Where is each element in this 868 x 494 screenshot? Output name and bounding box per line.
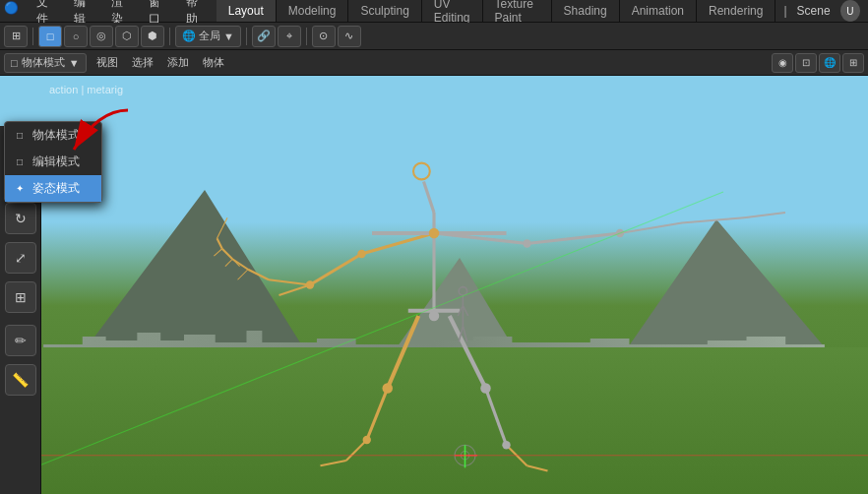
top-menubar: 🔵 文件 编辑 渲染 窗口 帮助 Layout Modeling Sculpti… bbox=[0, 0, 868, 23]
mode-selector-btn[interactable]: □ 物体模式 ▼ bbox=[4, 53, 87, 73]
tool-separator-2 bbox=[169, 28, 170, 45]
select-lasso-btn[interactable]: ◎ bbox=[90, 26, 113, 47]
mode-icon: □ bbox=[11, 57, 18, 69]
svg-line-13 bbox=[346, 440, 367, 461]
viewport-shading-wire[interactable]: ⊡ bbox=[795, 53, 817, 73]
view-menu-items: 视图 选择 添加 物体 bbox=[91, 53, 230, 73]
proportional-type-btn[interactable]: ∿ bbox=[338, 26, 361, 47]
svg-line-18 bbox=[527, 465, 548, 470]
edit-mode-icon: □ bbox=[13, 156, 27, 167]
svg-line-14 bbox=[321, 461, 346, 465]
svg-line-37 bbox=[222, 217, 227, 228]
rotate-tool-btn[interactable]: ↻ bbox=[5, 203, 36, 234]
svg-line-8 bbox=[620, 223, 682, 234]
svg-point-26 bbox=[429, 311, 440, 322]
pose-mode-icon: ✦ bbox=[13, 183, 27, 194]
tab-texture-paint[interactable]: Texture Paint bbox=[483, 0, 552, 22]
svg-line-11 bbox=[388, 316, 419, 389]
select-extra-btn[interactable]: ⬡ bbox=[115, 26, 139, 47]
svg-point-28 bbox=[363, 436, 371, 444]
global-dropdown-icon: ▼ bbox=[223, 31, 234, 42]
tab-layout[interactable]: Layout bbox=[217, 0, 277, 22]
dropdown-object-mode[interactable]: □ 物体模式 bbox=[5, 122, 101, 149]
tool-separator-3 bbox=[246, 28, 247, 45]
snap-options-btn[interactable]: ⌖ bbox=[278, 26, 301, 47]
object-mode-label: 物体模式 bbox=[32, 127, 80, 144]
svg-line-40 bbox=[214, 249, 221, 256]
blender-logo-icon[interactable]: 🔵 bbox=[4, 1, 23, 21]
select-btn[interactable]: 选择 bbox=[126, 53, 159, 73]
svg-line-3 bbox=[362, 233, 435, 254]
tool-separator-1 bbox=[32, 28, 33, 45]
svg-line-15 bbox=[450, 316, 486, 389]
svg-line-32 bbox=[248, 270, 269, 280]
svg-line-39 bbox=[225, 259, 232, 266]
svg-line-1 bbox=[424, 182, 435, 214]
skeleton-overlay bbox=[0, 76, 868, 494]
viewport-xray-btn[interactable]: ⊞ bbox=[842, 53, 864, 73]
svg-line-38 bbox=[238, 270, 249, 280]
user-avatar[interactable]: U bbox=[840, 0, 860, 22]
view-btn[interactable]: 视图 bbox=[91, 53, 124, 73]
main-content: ⊞ □ ○ ◎ ⬡ ⬢ 🌐 全局 ▼ 🔗 ⌖ ⊙ ∿ ↖ ✥ ↻ ⤢ bbox=[0, 23, 868, 494]
global-label: 全局 bbox=[199, 29, 220, 43]
tab-shading[interactable]: Shading bbox=[552, 0, 620, 22]
mode-label: 物体模式 bbox=[22, 55, 65, 70]
svg-line-5 bbox=[279, 285, 311, 296]
svg-line-9 bbox=[682, 217, 744, 222]
global-icon: 🌐 bbox=[182, 30, 196, 42]
select-more-btn[interactable]: ⬢ bbox=[141, 26, 164, 47]
mode-dropdown-icon: ▼ bbox=[69, 57, 80, 69]
svg-point-27 bbox=[383, 383, 394, 394]
edit-mode-label: 编辑模式 bbox=[32, 154, 80, 170]
object-mode-icon: □ bbox=[13, 130, 27, 141]
viewport-3d[interactable]: action | metarig bbox=[0, 76, 868, 494]
viewport-overlay-btn[interactable]: 🌐 bbox=[819, 53, 840, 73]
scale-tool-btn[interactable]: ⤢ bbox=[5, 242, 36, 274]
svg-line-36 bbox=[217, 228, 222, 239]
svg-line-12 bbox=[367, 389, 388, 441]
dropdown-edit-mode[interactable]: □ 编辑模式 bbox=[5, 149, 101, 175]
svg-line-4 bbox=[310, 254, 362, 285]
tab-modeling[interactable]: Modeling bbox=[277, 0, 349, 22]
svg-point-2 bbox=[413, 163, 430, 180]
svg-line-33 bbox=[232, 259, 248, 270]
transform-tool-btn[interactable]: ⊞ bbox=[5, 281, 36, 313]
measure-tool-btn[interactable]: 📏 bbox=[5, 364, 36, 396]
object-btn[interactable]: 物体 bbox=[197, 53, 230, 73]
proportional-edit-btn[interactable]: ⊙ bbox=[312, 26, 336, 47]
svg-point-24 bbox=[523, 239, 530, 247]
svg-line-53 bbox=[0, 192, 723, 481]
mode-dropdown-menu: □ 物体模式 □ 编辑模式 ✦ 姿态模式 bbox=[4, 121, 102, 203]
viewport-right-tools: ◉ ⊡ 🌐 ⊞ bbox=[772, 53, 864, 73]
transform-toggle-btn[interactable]: ⊞ bbox=[4, 26, 28, 47]
tab-animation[interactable]: Animation bbox=[620, 0, 697, 22]
svg-line-10 bbox=[744, 213, 785, 217]
svg-point-22 bbox=[357, 250, 365, 258]
select-box-btn[interactable]: □ bbox=[38, 26, 62, 47]
viewport-shading-solid[interactable]: ◉ bbox=[772, 53, 793, 73]
select-circle-btn[interactable]: ○ bbox=[64, 26, 88, 47]
svg-point-30 bbox=[502, 441, 510, 449]
dropdown-pose-mode[interactable]: ✦ 姿态模式 bbox=[5, 175, 101, 202]
svg-point-29 bbox=[480, 383, 491, 394]
scene-label: Scene bbox=[787, 2, 840, 20]
tool-header: ⊞ □ ○ ◎ ⬡ ⬢ 🌐 全局 ▼ 🔗 ⌖ ⊙ ∿ bbox=[0, 23, 868, 50]
svg-line-31 bbox=[269, 279, 310, 284]
svg-point-47 bbox=[459, 287, 466, 295]
annotate-tool-btn[interactable]: ✏ bbox=[5, 325, 36, 356]
tab-uv-editing[interactable]: UV Editing bbox=[422, 0, 483, 22]
svg-line-34 bbox=[222, 249, 233, 260]
svg-line-35 bbox=[217, 238, 222, 249]
tool-separator-4 bbox=[306, 28, 307, 45]
add-btn[interactable]: 添加 bbox=[161, 53, 195, 73]
tab-rendering[interactable]: Rendering bbox=[697, 0, 775, 22]
svg-line-16 bbox=[486, 389, 507, 446]
workspace-tabs: Layout Modeling Sculpting UV Editing Tex… bbox=[217, 0, 776, 22]
svg-point-21 bbox=[429, 228, 440, 239]
tab-sculpting[interactable]: Sculpting bbox=[348, 0, 421, 22]
mode-bar: □ 物体模式 ▼ 视图 选择 添加 物体 ◉ ⊡ 🌐 ⊞ bbox=[0, 50, 868, 76]
pose-mode-label: 姿态模式 bbox=[32, 180, 80, 197]
global-transform-btn[interactable]: 🌐 全局 ▼ bbox=[175, 26, 241, 47]
snap-magnet-btn[interactable]: 🔗 bbox=[252, 26, 276, 47]
